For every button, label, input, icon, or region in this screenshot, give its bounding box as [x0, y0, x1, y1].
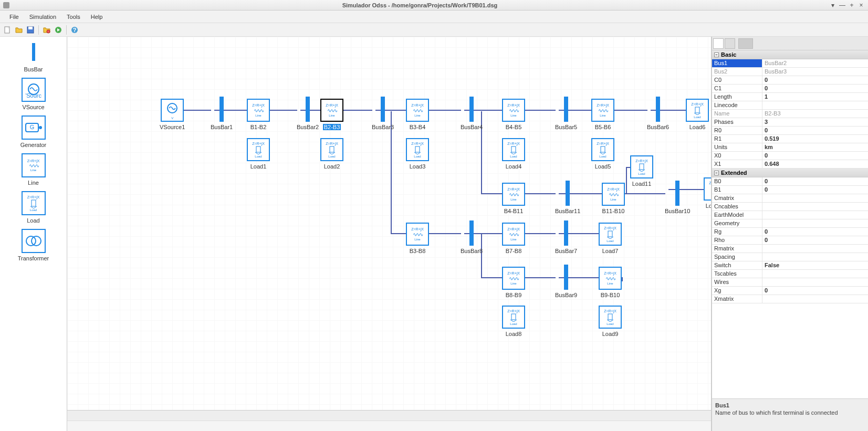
menu-file[interactable]: File — [4, 12, 24, 22]
prop-value[interactable]: 0 — [762, 127, 868, 134]
palette-busbar[interactable]: BusBar — [22, 40, 46, 72]
prop-row[interactable]: Rho0 — [712, 236, 868, 245]
canvas-node-busbar[interactable]: BusBar4 — [461, 97, 483, 130]
wire[interactable] — [429, 110, 461, 111]
canvas-node-load[interactable]: Z=R+jXLoadLoad10 — [704, 177, 711, 209]
prop-row[interactable]: Rmatrix — [712, 245, 868, 253]
prop-value[interactable] — [762, 278, 868, 286]
prop-row[interactable]: B10 — [712, 186, 868, 194]
prop-value[interactable] — [762, 194, 868, 202]
minimize-icon[interactable]: — — [839, 2, 846, 9]
menu-tools[interactable]: Tools — [61, 12, 86, 22]
prop-row[interactable]: Tscables — [712, 270, 868, 278]
prop-value[interactable]: B2-B3 — [762, 110, 868, 118]
collapse-icon[interactable]: − — [714, 171, 719, 175]
prop-value[interactable]: 0.519 — [762, 135, 868, 143]
prop-value[interactable] — [762, 253, 868, 261]
canvas-node-busbar[interactable]: BusBar8 — [461, 220, 483, 254]
prop-value[interactable] — [762, 101, 868, 109]
canvas-node-load[interactable]: Z=R+jXLoadLoad8 — [502, 306, 525, 337]
prop-value[interactable] — [762, 203, 868, 211]
prop-row[interactable]: Xg0 — [712, 287, 868, 295]
menu-help[interactable]: Help — [86, 12, 108, 22]
prop-value[interactable]: 1 — [762, 93, 868, 101]
prop-row[interactable]: Spacing — [712, 253, 868, 261]
canvas-node-load[interactable]: Z=R+jXLoadLoad5 — [591, 138, 614, 170]
wire[interactable] — [525, 277, 556, 278]
palette-line[interactable]: Z=R+jX∿∿∿LineLine — [22, 153, 46, 186]
open-file-button[interactable] — [14, 25, 24, 35]
prop-row[interactable]: NameB2-B3 — [712, 110, 868, 118]
prop-row[interactable]: R00 — [712, 127, 868, 135]
menu-simulation[interactable]: Simulation — [24, 12, 61, 22]
canvas-node-line[interactable]: Z=R+jX∿∿∿LineB11-B10 — [602, 183, 625, 214]
wire[interactable] — [343, 110, 372, 111]
wire[interactable] — [270, 110, 297, 111]
prop-row[interactable]: C00 — [712, 76, 868, 85]
canvas-node-load[interactable]: Z=R+jXLoadLoad4 — [502, 138, 525, 170]
palette-vsource[interactable]: VSourceVSource — [22, 78, 46, 110]
prop-value[interactable] — [762, 219, 868, 227]
canvas-node-line[interactable]: Z=R+jX∿∿∿LineB9-B10 — [599, 267, 622, 298]
prop-value[interactable] — [762, 211, 868, 219]
collapse-icon[interactable]: − — [714, 52, 719, 57]
prop-value[interactable]: BusBar2 — [762, 59, 868, 67]
prop-row[interactable]: Bus1BusBar2 — [712, 59, 868, 68]
wire[interactable] — [525, 110, 556, 111]
wire[interactable] — [481, 277, 503, 278]
prop-value[interactable]: 3 — [762, 118, 868, 126]
canvas-node-line[interactable]: Z=R+jX∿∿∿LineB3-B4 — [406, 99, 429, 130]
canvas-node-busbar[interactable]: BusBar1 — [211, 97, 233, 130]
canvas-node-busbar[interactable]: BusBar11 — [555, 181, 580, 214]
prop-value[interactable]: 0 — [762, 177, 868, 185]
canvas-node-line[interactable]: Z=R+jX∿∿∿LineB4-B11 — [502, 183, 525, 214]
hide-icon[interactable]: ▾ — [829, 2, 836, 9]
canvas-node-busbar[interactable]: BusBar3 — [372, 97, 394, 130]
wire[interactable] — [391, 233, 406, 234]
prop-section-basic[interactable]: −Basic — [712, 50, 868, 59]
prop-value[interactable]: 0 — [762, 85, 868, 92]
canvas-node-load[interactable]: Z=R+jXLoadLoad9 — [599, 306, 622, 337]
wire[interactable] — [525, 233, 556, 234]
wire[interactable] — [626, 167, 627, 194]
prop-value[interactable]: km — [762, 143, 868, 151]
canvas-node-load[interactable]: Z=R+jXLoadLoad7 — [599, 223, 622, 254]
prop-row[interactable]: Bus2BusBar3 — [712, 68, 868, 76]
prop-row[interactable]: C10 — [712, 85, 868, 93]
maximize-icon[interactable]: + — [848, 2, 855, 9]
prop-value[interactable]: False — [762, 261, 868, 269]
hscrollbar[interactable] — [67, 411, 711, 421]
wire[interactable] — [614, 110, 647, 111]
prop-row[interactable]: Rg0 — [712, 228, 868, 236]
prop-value[interactable] — [762, 295, 868, 303]
wire[interactable] — [183, 110, 211, 111]
prop-row[interactable]: R10.519 — [712, 135, 868, 143]
prop-value[interactable]: 0 — [762, 228, 868, 236]
canvas-node-load[interactable]: Z=R+jXLoadLoad2 — [320, 138, 343, 170]
close-icon[interactable]: × — [857, 2, 865, 9]
canvas-node-busbar[interactable]: BusBar2 — [297, 97, 319, 130]
prop-value[interactable]: 0 — [762, 76, 868, 84]
wire[interactable] — [625, 193, 665, 194]
properties-tab-category[interactable] — [713, 38, 724, 49]
prop-row[interactable]: X10.648 — [712, 160, 868, 169]
app-menu-icon[interactable] — [3, 2, 9, 8]
canvas-node-load[interactable]: Z=R+jXLoadLoad3 — [406, 138, 429, 170]
prop-row[interactable]: Cncables — [712, 203, 868, 211]
prop-value[interactable] — [762, 270, 868, 278]
prop-value[interactable]: 0 — [762, 287, 868, 295]
wire[interactable] — [525, 193, 556, 194]
prop-value[interactable]: BusBar3 — [762, 68, 868, 76]
canvas-node-line[interactable]: Z=R+jX∿∿∿LineB1-B2 — [247, 99, 270, 130]
prop-row[interactable]: Unitskm — [712, 143, 868, 152]
canvas-node-load[interactable]: Z=R+jXLoadLoad6 — [686, 99, 709, 130]
canvas-node-line[interactable]: Z=R+jX∿∿∿LineB4-B5 — [502, 99, 525, 130]
prop-value[interactable]: 0.648 — [762, 160, 868, 168]
prop-row[interactable]: SwitchFalse — [712, 261, 868, 270]
prop-value[interactable]: 0 — [762, 236, 868, 244]
properties-tab-other[interactable] — [738, 38, 753, 49]
prop-row[interactable]: Phases3 — [712, 118, 868, 127]
prop-row[interactable]: Linecode — [712, 101, 868, 110]
canvas-node-busbar[interactable]: BusBar7 — [555, 220, 577, 254]
prop-value[interactable]: 0 — [762, 186, 868, 194]
